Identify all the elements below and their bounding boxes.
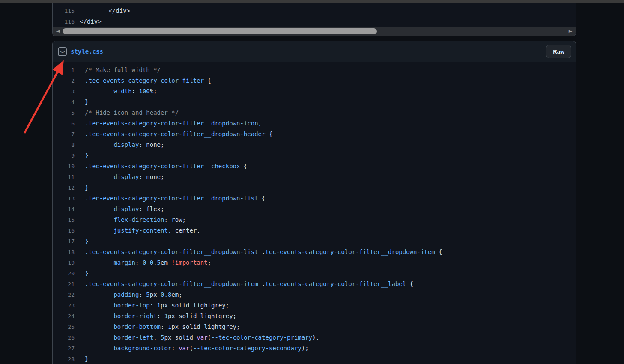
previous-code-block: 115 </div>116</div> ◄ ► [52, 3, 576, 36]
code-line: 13.tec-events-category-color-filter__dro… [53, 193, 576, 204]
code-line-text: } [75, 97, 88, 107]
code-line-text: .tec-events-category-color-filter__dropd… [75, 129, 272, 140]
code-line-text: border-left: 5px solid var(--tec-color-c… [75, 332, 319, 343]
previous-code-rows: 115 </div>116</div> [53, 3, 576, 27]
code-line-text: </div> [75, 6, 130, 16]
line-number[interactable]: 7 [53, 129, 75, 140]
code-line: 2.tec-events-category-color-filter { [53, 75, 576, 86]
line-number[interactable]: 24 [53, 311, 75, 322]
code-line: 17} [53, 236, 576, 247]
code-line-text: } [75, 182, 88, 193]
line-number[interactable]: 23 [53, 300, 75, 311]
code-line-text: .tec-events-category-color-filter__dropd… [75, 279, 413, 289]
code-line-text: display: none; [75, 140, 164, 150]
code-line: 15 flex-direction: row; [53, 215, 576, 225]
line-number[interactable]: 3 [53, 86, 75, 97]
line-number[interactable]: 14 [53, 204, 75, 215]
code-line-text: .tec-events-category-color-filter { [75, 75, 211, 86]
file-code-rows: 1/* Make full width */2.tec-events-categ… [53, 62, 576, 364]
code-line-text: border-right: 1px solid lightgrey; [75, 311, 236, 322]
code-line-text: .tec-events-category-color-filter__dropd… [75, 247, 442, 257]
code-line-text: } [75, 236, 88, 247]
scroll-left-arrow-icon[interactable]: ◄ [54, 27, 62, 36]
code-line: 5/* Hide icon and header */ [53, 107, 576, 118]
code-line-text: border-top: 1px solid lightgrey; [75, 300, 229, 311]
line-number[interactable]: 9 [53, 150, 75, 161]
code-line-text: } [75, 150, 88, 161]
code-line: 23 border-top: 1px solid lightgrey; [53, 300, 576, 311]
code-line-text: /* Hide icon and header */ [75, 107, 179, 118]
code-line: 11 display: none; [53, 172, 576, 182]
code-line: 20} [53, 268, 576, 279]
line-number[interactable]: 26 [53, 332, 75, 343]
scroll-right-arrow-icon[interactable]: ► [566, 27, 575, 36]
code-line: 28} [53, 354, 576, 364]
horizontal-scrollbar[interactable]: ◄ ► [53, 27, 576, 36]
line-number[interactable]: 21 [53, 279, 75, 289]
browser-top-strip [0, 0, 624, 3]
code-line-text: display: none; [75, 172, 164, 182]
code-line-text: padding: 5px 0.8em; [75, 289, 182, 300]
code-line-text: /* Make full width */ [75, 65, 161, 75]
code-line-text: flex-direction: row; [75, 215, 186, 225]
code-line: 8 display: none; [53, 140, 576, 150]
horizontal-scrollbar-thumb[interactable] [63, 28, 377, 34]
line-number[interactable]: 18 [53, 247, 75, 257]
code-line-text: margin: 0 0.5em !important; [75, 257, 211, 268]
code-line: 4} [53, 97, 576, 107]
line-number[interactable]: 10 [53, 161, 75, 172]
line-number[interactable]: 116 [53, 16, 75, 27]
code-line: 12} [53, 182, 576, 193]
raw-button[interactable]: Raw [546, 45, 571, 58]
line-number[interactable]: 28 [53, 354, 75, 364]
code-line-text: } [75, 354, 88, 364]
code-line-text: border-bottom: 1px solid lightgrey; [75, 322, 240, 332]
code-line-text: </div> [75, 16, 102, 27]
code-file-icon: <> [58, 47, 67, 56]
line-number[interactable]: 12 [53, 182, 75, 193]
line-number[interactable]: 15 [53, 215, 75, 225]
line-number[interactable]: 4 [53, 97, 75, 107]
code-line-text: } [75, 268, 88, 279]
code-line-text: .tec-events-category-color-filter__check… [75, 161, 247, 172]
code-line: 27 background-color: var(--tec-color-cat… [53, 343, 576, 354]
code-line-text: justify-content: center; [75, 225, 200, 236]
line-number[interactable]: 2 [53, 75, 75, 86]
code-line-text: .tec-events-category-color-filter__dropd… [75, 193, 265, 204]
code-line: 25 border-bottom: 1px solid lightgrey; [53, 322, 576, 332]
code-line-text: display: flex; [75, 204, 164, 215]
code-line: 22 padding: 5px 0.8em; [53, 289, 576, 300]
line-number[interactable]: 8 [53, 140, 75, 150]
code-line-text: width: 100%; [75, 86, 157, 97]
line-number[interactable]: 25 [53, 322, 75, 332]
line-number[interactable]: 115 [53, 6, 75, 16]
code-line-text: .tec-events-category-color-filter__dropd… [75, 118, 262, 129]
code-line: 7.tec-events-category-color-filter__drop… [53, 129, 576, 140]
line-number[interactable]: 13 [53, 193, 75, 204]
line-number[interactable]: 5 [53, 107, 75, 118]
code-line-text: background-color: var(--tec-color-catego… [75, 343, 309, 354]
code-line: 10.tec-events-category-color-filter__che… [53, 161, 576, 172]
line-number[interactable]: 22 [53, 289, 75, 300]
code-line: 24 border-right: 1px solid lightgrey; [53, 311, 576, 322]
line-number[interactable]: 19 [53, 257, 75, 268]
code-line: 1/* Make full width */ [53, 65, 576, 75]
code-line: 21.tec-events-category-color-filter__dro… [53, 279, 576, 289]
file-code-block: <> style.css Raw 1/* Make full width */2… [52, 41, 576, 364]
code-line: 18.tec-events-category-color-filter__dro… [53, 247, 576, 257]
line-number[interactable]: 27 [53, 343, 75, 354]
line-number[interactable]: 17 [53, 236, 75, 247]
code-line: 6.tec-events-category-color-filter__drop… [53, 118, 576, 129]
line-number[interactable]: 20 [53, 268, 75, 279]
code-line: 19 margin: 0 0.5em !important; [53, 257, 576, 268]
line-number[interactable]: 1 [53, 65, 75, 75]
code-line: 14 display: flex; [53, 204, 576, 215]
line-number[interactable]: 6 [53, 118, 75, 129]
line-number[interactable]: 11 [53, 172, 75, 182]
code-line: 9} [53, 150, 576, 161]
line-number[interactable]: 16 [53, 225, 75, 236]
file-header: <> style.css Raw [53, 41, 576, 62]
code-line: 16 justify-content: center; [53, 225, 576, 236]
code-line: 3 width: 100%; [53, 86, 576, 97]
file-name-link[interactable]: style.css [71, 48, 103, 55]
